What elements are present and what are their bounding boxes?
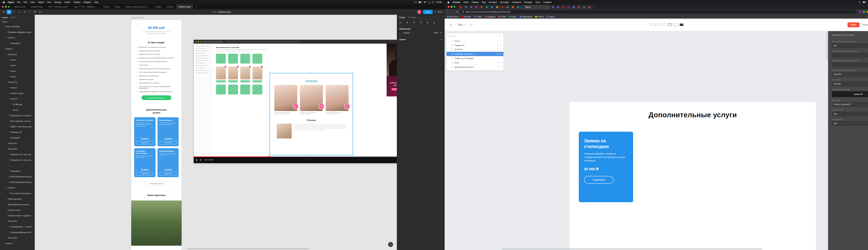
chrome-tab-10[interactable] (510, 5, 515, 9)
device-laptop-icon[interactable] (662, 23, 666, 26)
save-button[interactable]: SAVE (847, 22, 860, 27)
extension-icon[interactable] (863, 10, 865, 13)
right-menu-9[interactable]: Справка (544, 1, 552, 3)
figma-tab-0[interactable]: Заметки web (12, 4, 28, 9)
text-tool[interactable]: T (27, 10, 32, 14)
artboard[interactable]: Дополнительные услуги Заявка на стипенди… (569, 102, 816, 250)
video-play-icon[interactable]: ▶ (196, 159, 197, 161)
chrome-tab-13[interactable] (556, 5, 561, 9)
device-desktop-icon[interactable] (668, 23, 672, 26)
bookmark-7[interactable]: Работа (535, 16, 544, 18)
layer-row-21[interactable]: ▸□Group 247 (0, 141, 35, 146)
card-more-button[interactable]: Подробнее (136, 172, 154, 175)
more-options-icon[interactable]: ⋯ (440, 22, 442, 24)
layer-row-4[interactable]: ▾□вопрос 1 (0, 46, 35, 52)
chrome-tab-8[interactable] (500, 5, 505, 9)
artboard-light-thumb[interactable] (674, 24, 678, 26)
layer-row-36[interactable]: TВ нашей базе — несколько сотен стипенди… (0, 224, 35, 229)
close-window-button[interactable] (2, 6, 4, 8)
layer-row-0[interactable]: ▾#Phone USB-688 (0, 24, 35, 29)
page-selector[interactable]: Page 1 ▾ (0, 20, 35, 24)
zoom-select[interactable]: 50%▾ (438, 11, 443, 13)
right-menu-1[interactable]: Файл (463, 1, 469, 3)
bookmark-star-icon[interactable]: ☆ (853, 10, 855, 13)
chrome-tab-0[interactable] (458, 5, 463, 9)
layer-row-20[interactable]: ▫Rectangle 7 (0, 135, 35, 141)
section-heading[interactable]: Дополнительные услуги (569, 111, 816, 119)
close-window-button[interactable] (448, 6, 450, 8)
left-menu-6[interactable]: Arrange (54, 1, 61, 3)
layer-row-39[interactable]: ▸□вопрос 1 (0, 241, 35, 246)
chrome-tab-11[interactable] (516, 5, 521, 9)
layer-row-17[interactable]: TДля студентов, которые планируют все сд… (0, 118, 35, 124)
setting-input[interactable] (832, 62, 868, 67)
right-menu-6[interactable]: Профили (512, 1, 521, 3)
left-menu-8[interactable]: Plugins (73, 1, 81, 3)
chrome-tab-2[interactable] (469, 5, 473, 9)
figma-tab-4[interactable]: Untitled (101, 4, 112, 9)
close-button[interactable]: CLOSE (862, 24, 868, 26)
move-tool[interactable] (7, 10, 11, 14)
layer-row-37[interactable]: Tс международным опытом сопровождения ст… (0, 229, 35, 235)
align-top-icon[interactable] (420, 21, 422, 24)
left-menu-3[interactable]: View (30, 1, 35, 3)
extension-icon[interactable] (859, 10, 861, 13)
layer-row-11[interactable]: ▸#Frame 1 (0, 85, 35, 90)
reload-button[interactable]: ↻ (456, 10, 458, 13)
layer-row-3[interactable]: ▫Rectangle 4 (0, 40, 35, 46)
history-button[interactable]: HIST (469, 24, 473, 26)
tilda-layer-0[interactable]: ▾Блок 1 (446, 39, 503, 43)
apple-menu-icon[interactable] (3, 1, 5, 3)
layer-row-2[interactable]: ▸#Frame 2 (0, 35, 35, 40)
back-button[interactable]: ← (447, 10, 449, 13)
zoom-out-button[interactable]: − (455, 24, 456, 26)
present-button[interactable]: ▷ (435, 11, 436, 13)
chrome-tab-17[interactable] (576, 5, 581, 9)
tab-prototype[interactable]: Prototype (408, 16, 416, 19)
spotlight-search-icon[interactable] (428, 2, 430, 3)
eye-icon[interactable] (500, 45, 501, 46)
add-element-button[interactable]: + (450, 23, 452, 27)
resize-handle[interactable] (311, 73, 312, 74)
layer-row-23[interactable]: TРыбный текст часто применяется для демо… (0, 152, 35, 157)
layer-row-22[interactable]: ▾□Group 258 (0, 146, 35, 152)
chrome-tab-7[interactable] (495, 5, 500, 9)
align-vertical-center-icon[interactable] (427, 21, 429, 24)
zoom-window-button[interactable] (454, 6, 455, 8)
chevron-down-icon[interactable]: ▾ (232, 11, 233, 13)
setting-select[interactable]: CENTER▼ (832, 72, 868, 77)
wifi-icon[interactable] (424, 1, 426, 3)
zoom-in-button[interactable]: + (464, 24, 466, 26)
layer-row-13[interactable]: ▾#Frame 6 (0, 96, 35, 102)
comment-tool[interactable] (38, 10, 43, 14)
breadcrumb[interactable]: Drafts (212, 11, 217, 13)
forward-button[interactable]: → (452, 10, 454, 13)
setting-input[interactable]: 50% (832, 112, 868, 116)
tab-design[interactable]: Design (399, 16, 405, 19)
card-more-button[interactable]: Подробнее (159, 141, 177, 144)
align-horizontal-center-icon[interactable] (406, 21, 408, 24)
tilda-layer-2[interactable]: 30 000 ₽ (446, 48, 503, 52)
figma-tab-8[interactable]: Untitled (164, 4, 176, 9)
left-menu-9[interactable]: Widgets (84, 1, 91, 3)
layer-row-18[interactable]: TПАКЕТ «Поступлю сам» (0, 124, 35, 130)
resize-handle[interactable] (352, 113, 353, 115)
canvas-horizontal-scrollbar[interactable] (187, 248, 309, 249)
align-bottom-icon[interactable] (433, 21, 435, 24)
new-tab-button[interactable]: + (592, 5, 596, 9)
layer-row-16[interactable]: TМастерская по поступлению в университет… (0, 113, 35, 118)
bookmark-8[interactable]: Школа (547, 16, 555, 18)
left-menu-10[interactable]: Help (94, 1, 98, 3)
figma-tab-5[interactable]: Пацан (112, 4, 123, 9)
right-menu-0[interactable]: Chrome (453, 1, 460, 3)
card-description[interactable]: Поможем оформить заявку на государственн… (584, 152, 628, 162)
frame-label[interactable]: Phone USB-688 (131, 17, 144, 19)
menubar-clock[interactable]: 23:08 (436, 1, 442, 3)
chrome-tab-6[interactable] (489, 5, 494, 9)
layer-row-29[interactable]: ▸#Frame 4 (0, 185, 35, 191)
share-button[interactable]: Share (423, 10, 433, 14)
battery-icon[interactable] (863, 1, 866, 3)
canvas-vertical-scrollbar[interactable] (827, 33, 828, 61)
zoom-level[interactable]: 140% (458, 24, 463, 26)
file-name[interactable]: Untitled (Copy) (218, 11, 231, 13)
